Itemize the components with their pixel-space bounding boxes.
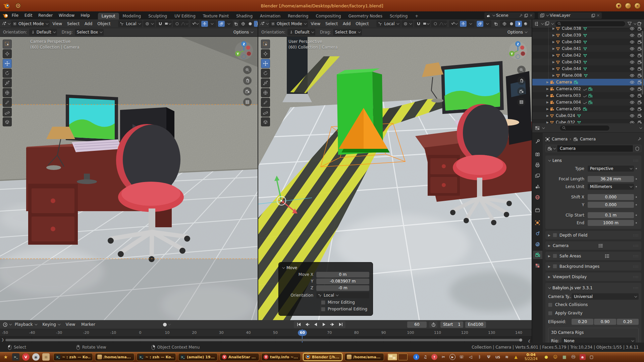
taskbar-window-button[interactable]: AnalieStar ... (220, 353, 259, 361)
next-keyframe-button[interactable] (328, 321, 336, 328)
hide-eye-icon[interactable] (630, 26, 635, 31)
mode-dropdown[interactable]: Object Mode (269, 20, 308, 27)
shading-material-toggle[interactable] (515, 21, 522, 27)
jump-to-start-button[interactable] (295, 321, 303, 328)
outliner-item[interactable]: ▶ Cube.038 (532, 25, 644, 32)
move-field-value[interactable]: -0.083907 m (316, 279, 369, 284)
disclosure-triangle-icon[interactable]: ▶ (545, 101, 550, 104)
disclosure-triangle-icon[interactable]: ▶ (551, 47, 556, 50)
disable-render-icon[interactable] (637, 120, 642, 124)
disable-render-icon[interactable] (637, 94, 642, 98)
overlays-toggle[interactable] (218, 21, 225, 27)
disclosure-triangle-icon[interactable]: ▶ (545, 87, 550, 90)
desktop-2[interactable] (398, 354, 408, 360)
hide-eye-icon[interactable] (630, 40, 635, 44)
tool-select-box[interactable] (261, 40, 270, 49)
frame-start-field[interactable]: Start1 (440, 321, 463, 328)
collapsed-panel[interactable]: ▶ Viewport Display :::: (545, 273, 641, 281)
options-dropdown[interactable]: Options (505, 29, 529, 36)
camera-data-selector[interactable] (545, 145, 557, 152)
show-object-types-dropdown[interactable] (192, 21, 198, 27)
scissors-icon[interactable]: ✂ (440, 354, 446, 360)
disable-render-icon[interactable] (637, 107, 642, 111)
viewport-menu-object[interactable]: Object (354, 21, 371, 26)
tool-annotate[interactable] (3, 98, 12, 107)
hide-eye-icon[interactable] (630, 60, 635, 64)
disable-render-icon[interactable] (637, 67, 642, 71)
overlays-dropdown[interactable] (225, 21, 232, 27)
menu-file[interactable]: File (9, 12, 21, 18)
copy-icon[interactable] (591, 14, 595, 17)
grid-view-icon[interactable] (243, 98, 252, 106)
menu-render[interactable]: Render (36, 12, 55, 18)
ellipsoid-field[interactable]: 0.90 (594, 319, 616, 325)
disclosure-triangle-icon[interactable]: ▶ (551, 74, 556, 77)
shade-window-button[interactable]: ▼ (615, 3, 622, 9)
pin-icon[interactable] (637, 137, 641, 141)
taskbar-window-button[interactable]: ~ : zsh — Ko... (53, 353, 93, 361)
pan-hand-icon[interactable] (243, 76, 252, 85)
tool-cursor[interactable] (261, 49, 270, 58)
breadcrumb-data[interactable]: Camera (580, 137, 596, 141)
checkbox[interactable] (321, 300, 325, 305)
shading-solid-toggle[interactable] (247, 21, 254, 27)
timeline-scrollbar[interactable] (5, 339, 522, 341)
viewport-menu-add[interactable]: Add (341, 21, 353, 26)
properties-tab-tool[interactable] (533, 137, 542, 146)
outliner-item[interactable]: ▶ Plane.008 (532, 72, 644, 79)
properties-tab-view-layer[interactable] (533, 172, 542, 180)
info-icon[interactable]: i (413, 354, 419, 360)
clip-start-field[interactable]: 0.1 m (588, 212, 634, 218)
outliner-item[interactable]: ▶ Camera.004 (532, 99, 644, 106)
current-frame-field[interactable]: 60 (407, 321, 427, 328)
taskbar-window-button[interactable]: twily.info ~... (261, 353, 301, 361)
music-icon[interactable]: ♫ (422, 354, 428, 360)
launcher-terminal-icon[interactable]: >_ (12, 353, 19, 361)
timeline-menu-playback[interactable]: Playback (12, 322, 39, 327)
proportional-editing-toggle[interactable] (432, 21, 439, 27)
move-orientation-dropdown[interactable]: Local (316, 292, 369, 298)
snap-settings-dropdown[interactable] (422, 21, 429, 27)
close-window-button[interactable]: × (634, 3, 641, 9)
hide-eye-icon[interactable] (630, 107, 635, 111)
fake-user-shield-icon[interactable] (633, 145, 641, 152)
shading-material-toggle[interactable] (254, 21, 258, 27)
transform-orientation-dropdown[interactable]: Local (118, 20, 142, 27)
proportional-falloff-dropdown[interactable] (181, 21, 187, 27)
shading-rendered-toggle[interactable] (522, 21, 529, 27)
hide-eye-icon[interactable] (630, 67, 635, 71)
timeline-expand-arrow[interactable]: ❯ (1, 338, 4, 342)
disable-render-icon[interactable] (637, 47, 642, 51)
gizmos-dropdown[interactable] (208, 21, 215, 27)
xray-toggle[interactable] (492, 21, 499, 27)
disclosure-triangle-icon[interactable]: ▶ (545, 121, 550, 123)
speaker-icon[interactable]: ◁ (468, 354, 474, 360)
navigation-gizmo[interactable]: Z Y (508, 41, 528, 60)
disable-render-icon[interactable] (637, 53, 642, 58)
playhead-frame-badge[interactable]: 60 (298, 330, 307, 336)
outliner-item[interactable]: ▶ Cube.041 (532, 45, 644, 52)
disclosure-triangle-icon[interactable]: ▶ (551, 34, 556, 37)
hide-eye-icon[interactable] (630, 94, 635, 98)
show-object-types-dropdown[interactable] (450, 21, 457, 27)
panel-checkbox[interactable] (553, 254, 557, 258)
editor-type-3dview-icon[interactable] (2, 21, 7, 26)
proportional-falloff-dropdown[interactable] (439, 21, 446, 27)
shift-x-field[interactable]: 0.000 (588, 194, 634, 200)
drag-mode-dropdown[interactable]: Select Box (75, 29, 104, 36)
viewport-menu-object[interactable]: Object (95, 21, 112, 26)
play-circle-icon[interactable]: ▶ (449, 354, 455, 360)
tool-scale[interactable] (3, 78, 12, 87)
proportional-editing-toggle[interactable] (174, 21, 180, 27)
play-button[interactable] (320, 321, 328, 328)
move-field-value[interactable]: -0 m (316, 285, 369, 291)
properties-tab-physics[interactable] (533, 229, 542, 238)
viewport-menu-select[interactable]: Select (65, 21, 82, 26)
disable-render-icon[interactable] (637, 100, 642, 105)
checkbox[interactable] (321, 307, 325, 311)
disable-render-icon[interactable] (637, 26, 642, 31)
navigation-gizmo[interactable]: Z Y (234, 41, 254, 60)
outliner-scrollbar[interactable] (642, 31, 643, 95)
tool-measure[interactable] (3, 108, 12, 117)
disclosure-triangle-icon[interactable]: ▶ (551, 40, 556, 44)
